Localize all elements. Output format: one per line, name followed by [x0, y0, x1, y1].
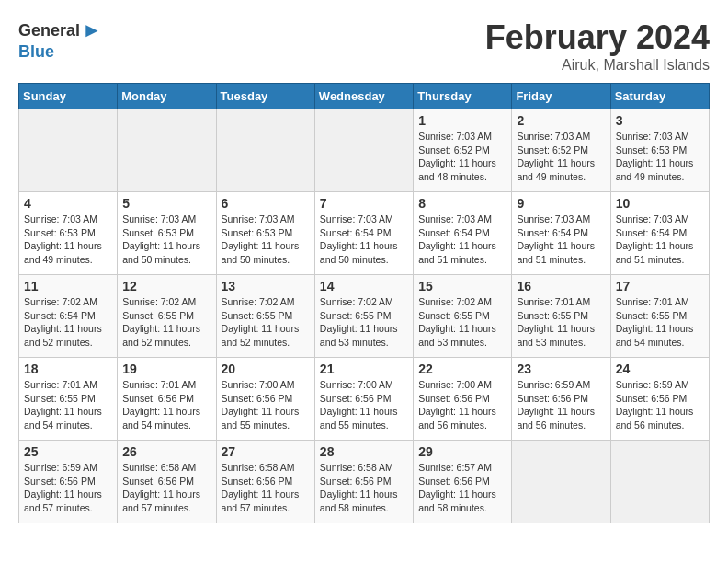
cell-info: Sunrise: 7:03 AMSunset: 6:54 PMDaylight:…	[616, 213, 704, 267]
day-number: 14	[320, 279, 408, 293]
calendar-cell: 8Sunrise: 7:03 AMSunset: 6:54 PMDaylight…	[414, 192, 512, 275]
cell-info: Sunrise: 7:01 AMSunset: 6:56 PMDaylight:…	[122, 378, 210, 432]
day-number: 21	[320, 362, 408, 376]
calendar-cell: 14Sunrise: 7:02 AMSunset: 6:55 PMDayligh…	[314, 275, 413, 358]
day-number: 15	[418, 279, 506, 293]
header-day-wednesday: Wednesday	[314, 84, 413, 109]
day-number: 28	[320, 444, 408, 459]
calendar-cell: 27Sunrise: 6:58 AMSunset: 6:56 PMDayligh…	[216, 441, 314, 523]
calendar-cell: 11Sunrise: 7:02 AMSunset: 6:54 PMDayligh…	[19, 275, 118, 358]
header: General ► Blue February 2024 Airuk, Mars…	[18, 18, 710, 74]
day-number: 13	[222, 279, 310, 293]
cell-info: Sunrise: 7:00 AMSunset: 6:56 PMDaylight:…	[418, 378, 506, 432]
calendar-cell: 19Sunrise: 7:01 AMSunset: 6:56 PMDayligh…	[118, 358, 216, 441]
day-number: 20	[222, 362, 310, 376]
logo-general: General	[18, 21, 80, 40]
calendar-cell: 17Sunrise: 7:01 AMSunset: 6:55 PMDayligh…	[610, 275, 709, 358]
cell-info: Sunrise: 7:03 AMSunset: 6:53 PMDaylight:…	[222, 213, 310, 267]
header-day-tuesday: Tuesday	[216, 84, 314, 109]
week-row-5: 25Sunrise: 6:59 AMSunset: 6:56 PMDayligh…	[19, 441, 710, 523]
calendar-cell: 28Sunrise: 6:58 AMSunset: 6:56 PMDayligh…	[314, 441, 413, 523]
cell-info: Sunrise: 7:02 AMSunset: 6:55 PMDaylight:…	[418, 295, 506, 350]
location-title: Airuk, Marshall Islands	[485, 57, 710, 74]
cell-info: Sunrise: 6:58 AMSunset: 6:56 PMDaylight:…	[320, 461, 408, 515]
calendar-cell: 7Sunrise: 7:03 AMSunset: 6:54 PMDaylight…	[314, 192, 413, 275]
logo-bird-icon: ►	[82, 18, 102, 42]
calendar-cell: 3Sunrise: 7:03 AMSunset: 6:53 PMDaylight…	[610, 109, 709, 192]
calendar-cell	[512, 441, 610, 523]
day-number: 9	[517, 196, 605, 211]
cell-info: Sunrise: 7:03 AMSunset: 6:54 PMDaylight:…	[418, 213, 506, 267]
calendar-cell	[19, 109, 118, 192]
cell-info: Sunrise: 7:01 AMSunset: 6:55 PMDaylight:…	[517, 295, 605, 350]
day-number: 7	[320, 196, 408, 211]
day-number: 10	[616, 196, 704, 211]
calendar-cell: 6Sunrise: 7:03 AMSunset: 6:53 PMDaylight…	[216, 192, 314, 275]
day-number: 25	[24, 444, 112, 459]
day-number: 19	[122, 362, 210, 376]
cell-info: Sunrise: 6:59 AMSunset: 6:56 PMDaylight:…	[517, 378, 605, 432]
cell-info: Sunrise: 7:03 AMSunset: 6:52 PMDaylight:…	[418, 130, 506, 184]
week-row-2: 4Sunrise: 7:03 AMSunset: 6:53 PMDaylight…	[19, 192, 710, 275]
calendar-cell: 23Sunrise: 6:59 AMSunset: 6:56 PMDayligh…	[512, 358, 610, 441]
cell-info: Sunrise: 7:03 AMSunset: 6:54 PMDaylight:…	[517, 213, 605, 267]
calendar-cell: 15Sunrise: 7:02 AMSunset: 6:55 PMDayligh…	[414, 275, 512, 358]
cell-info: Sunrise: 6:58 AMSunset: 6:56 PMDaylight:…	[222, 461, 310, 515]
day-number: 8	[418, 196, 506, 211]
day-number: 24	[616, 362, 704, 376]
cell-info: Sunrise: 6:59 AMSunset: 6:56 PMDaylight:…	[616, 378, 704, 432]
calendar-cell	[118, 109, 216, 192]
cell-info: Sunrise: 7:02 AMSunset: 6:55 PMDaylight:…	[320, 295, 408, 350]
calendar-cell: 21Sunrise: 7:00 AMSunset: 6:56 PMDayligh…	[314, 358, 413, 441]
calendar-cell: 25Sunrise: 6:59 AMSunset: 6:56 PMDayligh…	[19, 441, 118, 523]
day-number: 1	[418, 113, 506, 128]
calendar-cell: 16Sunrise: 7:01 AMSunset: 6:55 PMDayligh…	[512, 275, 610, 358]
day-number: 6	[222, 196, 310, 211]
calendar-cell: 1Sunrise: 7:03 AMSunset: 6:52 PMDaylight…	[414, 109, 512, 192]
cell-info: Sunrise: 6:58 AMSunset: 6:56 PMDaylight:…	[122, 461, 210, 515]
header-day-thursday: Thursday	[414, 84, 512, 109]
calendar-table: SundayMondayTuesdayWednesdayThursdayFrid…	[18, 83, 710, 523]
day-number: 26	[122, 444, 210, 459]
day-number: 2	[517, 113, 605, 128]
calendar-cell: 18Sunrise: 7:01 AMSunset: 6:55 PMDayligh…	[19, 358, 118, 441]
header-day-sunday: Sunday	[19, 84, 118, 109]
calendar-cell: 4Sunrise: 7:03 AMSunset: 6:53 PMDaylight…	[19, 192, 118, 275]
cell-info: Sunrise: 7:02 AMSunset: 6:55 PMDaylight:…	[222, 295, 310, 350]
cell-info: Sunrise: 7:02 AMSunset: 6:55 PMDaylight:…	[122, 295, 210, 350]
day-number: 4	[24, 196, 112, 211]
calendar-cell	[216, 109, 314, 192]
day-number: 3	[616, 113, 704, 128]
cell-info: Sunrise: 7:02 AMSunset: 6:54 PMDaylight:…	[24, 295, 112, 350]
day-number: 17	[616, 279, 704, 293]
calendar-cell: 26Sunrise: 6:58 AMSunset: 6:56 PMDayligh…	[118, 441, 216, 523]
calendar-cell: 12Sunrise: 7:02 AMSunset: 6:55 PMDayligh…	[118, 275, 216, 358]
calendar-cell: 13Sunrise: 7:02 AMSunset: 6:55 PMDayligh…	[216, 275, 314, 358]
header-day-saturday: Saturday	[610, 84, 709, 109]
cell-info: Sunrise: 7:03 AMSunset: 6:54 PMDaylight:…	[320, 213, 408, 267]
day-number: 29	[418, 444, 506, 459]
day-number: 12	[122, 279, 210, 293]
logo: General ► Blue	[18, 18, 102, 62]
header-day-monday: Monday	[118, 84, 216, 109]
calendar-cell: 20Sunrise: 7:00 AMSunset: 6:56 PMDayligh…	[216, 358, 314, 441]
week-row-4: 18Sunrise: 7:01 AMSunset: 6:55 PMDayligh…	[19, 358, 710, 441]
day-number: 18	[24, 362, 112, 376]
header-day-friday: Friday	[512, 84, 610, 109]
week-row-1: 1Sunrise: 7:03 AMSunset: 6:52 PMDaylight…	[19, 109, 710, 192]
day-number: 11	[24, 279, 112, 293]
cell-info: Sunrise: 6:57 AMSunset: 6:56 PMDaylight:…	[418, 461, 506, 515]
day-number: 27	[222, 444, 310, 459]
calendar-cell: 29Sunrise: 6:57 AMSunset: 6:56 PMDayligh…	[414, 441, 512, 523]
calendar-cell: 5Sunrise: 7:03 AMSunset: 6:53 PMDaylight…	[118, 192, 216, 275]
logo-blue: Blue	[18, 42, 54, 62]
week-row-3: 11Sunrise: 7:02 AMSunset: 6:54 PMDayligh…	[19, 275, 710, 358]
day-number: 5	[122, 196, 210, 211]
calendar-cell: 24Sunrise: 6:59 AMSunset: 6:56 PMDayligh…	[610, 358, 709, 441]
day-number: 22	[418, 362, 506, 376]
cell-info: Sunrise: 7:03 AMSunset: 6:53 PMDaylight:…	[24, 213, 112, 267]
cell-info: Sunrise: 7:01 AMSunset: 6:55 PMDaylight:…	[24, 378, 112, 432]
cell-info: Sunrise: 7:03 AMSunset: 6:53 PMDaylight:…	[122, 213, 210, 267]
day-number: 23	[517, 362, 605, 376]
calendar-cell	[610, 441, 709, 523]
